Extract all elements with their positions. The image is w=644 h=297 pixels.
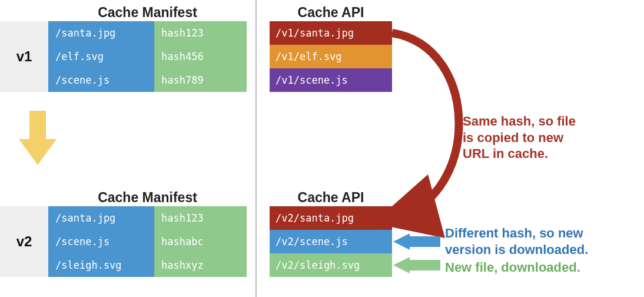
manifest-cell: /santa.jpg	[48, 21, 154, 45]
manifest-v1: v1 /santa.jpg /elf.svg /scene.js hash123…	[0, 21, 247, 92]
version-label-v1: v1	[0, 21, 48, 92]
manifest-cell: /sleigh.svg	[48, 253, 154, 277]
arrow-down-icon	[19, 111, 57, 165]
manifest-cell: hashabc	[154, 230, 247, 253]
manifest-cell: hash123	[154, 21, 247, 45]
annotation-diff-hash: Different hash, so new version is downlo…	[445, 225, 588, 258]
annotation-same-hash: Same hash, so file is copied to new URL …	[463, 113, 576, 162]
manifest-v1-files: /santa.jpg /elf.svg /scene.js	[48, 21, 154, 92]
manifest-cell: /elf.svg	[48, 45, 154, 68]
right-pane: Cache API /v1/santa.jpg /v1/elf.svg /v1/…	[255, 0, 644, 297]
manifest-cell: hash789	[154, 68, 247, 92]
annotation-new-file: New file, downloaded.	[445, 259, 580, 276]
manifest-cell: hash123	[154, 206, 247, 230]
left-pane: Cache Manifest v1 /santa.jpg /elf.svg /s…	[0, 0, 255, 297]
manifest-cell: hashxyz	[154, 253, 247, 277]
manifest-v2-hashes: hash123 hashabc hashxyz	[154, 206, 247, 277]
manifest-cell: /scene.js	[48, 68, 154, 92]
arrow-left-blue-icon	[393, 233, 440, 250]
version-label-v2: v2	[0, 206, 48, 277]
manifest-heading-v2: Cache Manifest	[48, 186, 247, 208]
manifest-cell: /santa.jpg	[48, 206, 154, 230]
manifest-v2: v2 /santa.jpg /scene.js /sleigh.svg hash…	[0, 206, 247, 277]
manifest-heading-v1: Cache Manifest	[48, 1, 247, 23]
manifest-v1-hashes: hash123 hash456 hash789	[154, 21, 247, 92]
manifest-v2-files: /santa.jpg /scene.js /sleigh.svg	[48, 206, 154, 277]
arrow-left-green-icon	[393, 257, 440, 273]
manifest-cell: hash456	[154, 45, 247, 68]
manifest-cell: /scene.js	[48, 230, 154, 253]
